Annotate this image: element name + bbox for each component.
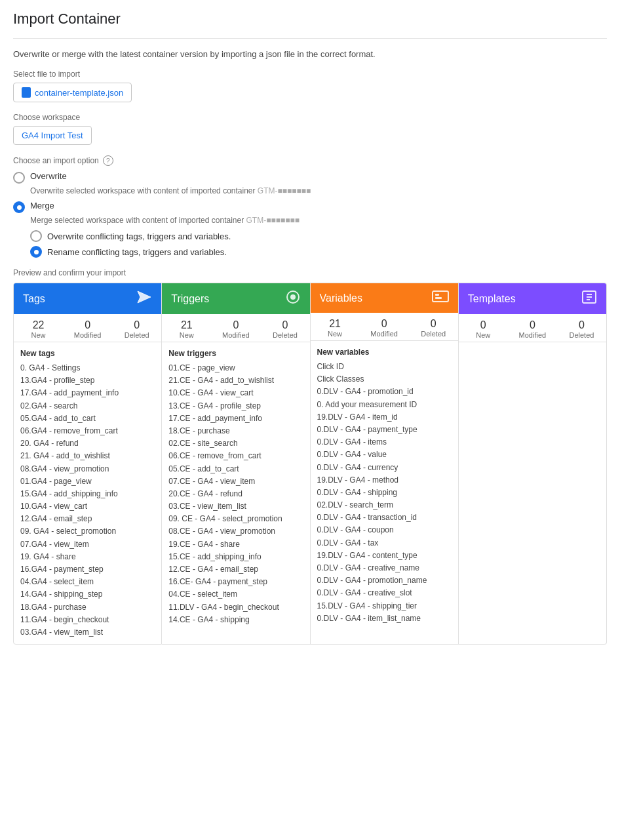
list-item: 09. CE - GA4 - select_promotion	[168, 513, 303, 525]
import-option-label-text: Choose an import option	[13, 156, 99, 165]
variables-card: Variables 21 New 0 Modified	[311, 283, 459, 645]
overwrite-conflicts-radio[interactable]	[30, 230, 42, 242]
triggers-icon	[285, 290, 301, 308]
triggers-section-title: New triggers	[168, 349, 303, 358]
triggers-new-count: 21	[162, 319, 211, 331]
templates-deleted-label: Deleted	[557, 331, 606, 339]
triggers-deleted-stat: 0 Deleted	[260, 319, 309, 339]
svg-rect-5	[435, 297, 442, 299]
list-item: 19.CE - GA4 - share	[168, 538, 303, 551]
list-item: 15.CE - add_shipping_info	[168, 551, 303, 563]
list-item: 14.CE - GA4 - shipping	[168, 614, 303, 626]
select-file-label: Select file to import	[13, 70, 607, 79]
list-item: 07.CE - GA4 - view_item	[168, 475, 303, 488]
variables-section-title: New variables	[317, 348, 452, 357]
overwrite-label: Overwrite	[30, 171, 67, 181]
list-item: 17.CE - add_payment_info	[168, 412, 303, 425]
select-file-button[interactable]: container-template.json	[13, 83, 132, 102]
triggers-card-body: New triggers 01.CE - page_view21.CE - GA…	[162, 342, 309, 631]
tags-deleted-count: 0	[112, 319, 161, 331]
triggers-modified-stat: 0 Modified	[211, 319, 260, 339]
triggers-list: 01.CE - page_view21.CE - GA4 - add_to_wi…	[168, 362, 303, 626]
list-item: 0.DLV - GA4 - tax	[317, 537, 452, 550]
merge-gtm-id: GTM-■■■■■■■	[246, 216, 300, 225]
tags-icon	[136, 290, 152, 308]
rename-conflicts-radio[interactable]	[30, 246, 42, 258]
templates-new-label: New	[459, 331, 508, 339]
list-item: 02.CE - site_search	[168, 437, 303, 450]
variables-new-label: New	[311, 330, 360, 338]
list-item: 0. GA4 - Settings	[20, 362, 155, 374]
list-item: 10.GA4 - view_cart	[20, 500, 155, 513]
variables-new-stat: 21 New	[311, 318, 360, 338]
list-item: 0.DLV - GA4 - creative_slot	[317, 587, 452, 599]
variables-card-body: New variables Click IDClick Classes0.DLV…	[311, 341, 458, 630]
choose-workspace-button[interactable]: GA4 Import Test	[13, 126, 92, 145]
list-item: Click Classes	[317, 373, 452, 386]
overwrite-option-row[interactable]: Overwrite	[13, 171, 607, 184]
tags-stats: 22 New 0 Modified 0 Deleted	[14, 314, 161, 342]
list-item: 16.CE- GA4 - payment_step	[168, 576, 303, 588]
list-item: 08.CE - GA4 - view_promotion	[168, 525, 303, 538]
list-item: 0.DLV - GA4 - promotion_name	[317, 574, 452, 587]
svg-rect-3	[433, 291, 448, 302]
tags-modified-label: Modified	[63, 331, 112, 339]
templates-card-header: Templates	[459, 283, 606, 314]
list-item: 14.GA4 - shipping_step	[20, 588, 155, 601]
list-item: 03.CE - view_item_list	[168, 500, 303, 513]
list-item: 16.GA4 - payment_step	[20, 563, 155, 576]
triggers-modified-label: Modified	[211, 331, 260, 339]
list-item: 15.DLV - GA4 - shipping_tier	[317, 600, 452, 612]
triggers-new-stat: 21 New	[162, 319, 211, 339]
triggers-title: Triggers	[171, 293, 209, 305]
list-item: 21.CE - GA4 - add_to_wishlist	[168, 374, 303, 387]
merge-option-row[interactable]: Merge	[13, 201, 607, 213]
variables-card-header: Variables	[311, 283, 458, 313]
templates-deleted-stat: 0 Deleted	[557, 319, 606, 339]
list-item: 04.CE - select_item	[168, 588, 303, 601]
help-icon[interactable]: ?	[103, 155, 113, 166]
list-item: 19. GA4 - share	[20, 551, 155, 563]
list-item: 04.GA4 - select_item	[20, 576, 155, 588]
rename-conflicts-row[interactable]: Rename conflicting tags, triggers and va…	[30, 246, 607, 258]
list-item: 19.DLV - GA4 - content_type	[317, 550, 452, 562]
list-item: 05.CE - add_to_cart	[168, 463, 303, 475]
list-item: 13.CE - GA4 - profile_step	[168, 400, 303, 412]
templates-modified-stat: 0 Modified	[508, 319, 557, 339]
overwrite-gtm-id: GTM-■■■■■■■	[258, 186, 311, 195]
preview-label: Preview and confirm your import	[13, 268, 607, 277]
tags-modified-count: 0	[63, 319, 112, 331]
tags-modified-stat: 0 Modified	[63, 319, 112, 339]
merge-desc: Merge selected workspace with content of…	[30, 216, 607, 225]
triggers-card: Triggers 21 New 0 Modified	[162, 283, 310, 645]
list-item: 11.DLV - GA4 - begin_checkout	[168, 601, 303, 614]
list-item: 07.GA4 - view_item	[20, 538, 155, 551]
list-item: 06.GA4 - remove_from_cart	[20, 425, 155, 437]
variables-list: Click IDClick Classes0.DLV - GA4 - promo…	[317, 361, 452, 625]
list-item: 19.DLV - GA4 - method	[317, 474, 452, 487]
triggers-stats: 21 New 0 Modified 0 Deleted	[162, 314, 309, 342]
list-item: 0. Add your measurement ID	[317, 399, 452, 411]
list-item: 0.DLV - GA4 - value	[317, 449, 452, 461]
tags-title: Tags	[23, 293, 45, 305]
list-item: 0.DLV - GA4 - coupon	[317, 524, 452, 536]
templates-modified-count: 0	[508, 319, 557, 331]
svg-rect-4	[435, 294, 439, 296]
list-item: 01.GA4 - page_view	[20, 475, 155, 488]
overwrite-conflicts-row[interactable]: Overwrite conflicting tags, triggers and…	[30, 230, 607, 242]
tags-card: Tags 22 New 0 Modified 0 Del	[13, 283, 162, 645]
list-item: 09. GA4 - select_promotion	[20, 525, 155, 538]
triggers-deleted-count: 0	[260, 319, 309, 331]
templates-new-stat: 0 New	[459, 319, 508, 339]
merge-radio[interactable]	[13, 201, 25, 213]
list-item: 0.DLV - GA4 - currency	[317, 462, 452, 474]
overwrite-radio[interactable]	[13, 172, 25, 184]
list-item: 19.DLV - GA4 - item_id	[317, 411, 452, 424]
templates-card-body	[459, 342, 606, 353]
list-item: 11.GA4 - begin_checkout	[20, 614, 155, 626]
templates-stats: 0 New 0 Modified 0 Deleted	[459, 314, 606, 342]
tags-deleted-label: Deleted	[112, 331, 161, 339]
overwrite-desc: Overwrite selected workspace with conten…	[30, 186, 607, 195]
cards-row: Tags 22 New 0 Modified 0 Del	[13, 283, 607, 645]
templates-deleted-count: 0	[557, 319, 606, 331]
